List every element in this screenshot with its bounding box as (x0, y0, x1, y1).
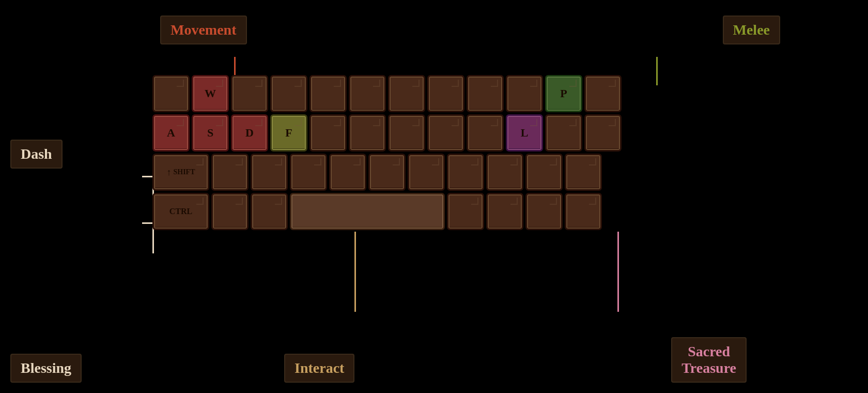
key-empty-5 (349, 75, 386, 112)
interact-connector-line (354, 232, 356, 312)
key-empty-27 (565, 154, 602, 191)
key-empty-4 (309, 75, 347, 112)
key-spacebar (290, 193, 445, 230)
key-row-2: A S D F L (152, 114, 622, 152)
key-empty-22 (368, 154, 406, 191)
key-empty-9 (506, 75, 543, 112)
sacred-treasure-label-box: SacredTreasure (671, 337, 747, 383)
keyboard: W P A S D F (152, 75, 622, 232)
movement-label: Movement (171, 22, 237, 38)
key-empty-14 (427, 114, 464, 152)
sacred-treasure-label: SacredTreasure (681, 343, 736, 376)
key-empty-7 (427, 75, 464, 112)
key-empty-30 (447, 193, 484, 230)
key-empty-24 (447, 154, 484, 191)
blessing-label-box: Blessing (10, 354, 82, 383)
key-empty-3 (270, 75, 307, 112)
key-empty-23 (408, 154, 445, 191)
melee-connector-line (656, 57, 658, 85)
melee-label-box: Melee (723, 16, 781, 44)
key-empty-33 (565, 193, 602, 230)
key-empty-17 (584, 114, 622, 152)
key-row-3: ↑ SHIFT (152, 154, 622, 191)
key-empty-31 (486, 193, 523, 230)
key-empty-16 (545, 114, 582, 152)
key-empty-1 (152, 75, 190, 112)
key-p: P (545, 75, 582, 112)
interact-label: Interact (295, 360, 344, 376)
key-f: F (270, 114, 307, 152)
sacred-connector-line (617, 232, 619, 312)
key-empty-21 (329, 154, 366, 191)
movement-label-box: Movement (160, 16, 247, 44)
blessing-label: Blessing (21, 360, 71, 376)
key-a: A (152, 114, 190, 152)
key-empty-28 (211, 193, 249, 230)
key-empty-10 (584, 75, 622, 112)
key-empty-26 (525, 154, 563, 191)
key-l: L (506, 114, 543, 152)
key-empty-2 (231, 75, 268, 112)
dash-label-box: Dash (10, 140, 63, 169)
key-row-4: CTRL (152, 193, 622, 230)
dash-label: Dash (21, 146, 52, 162)
key-empty-8 (467, 75, 504, 112)
key-row-1: W P (152, 75, 622, 112)
key-empty-15 (467, 114, 504, 152)
key-empty-32 (525, 193, 563, 230)
key-empty-13 (388, 114, 425, 152)
key-empty-19 (251, 154, 288, 191)
shift-icon: ↑ SHIFT (166, 167, 195, 178)
key-empty-12 (349, 114, 386, 152)
key-shift: ↑ SHIFT (152, 154, 209, 191)
blessing-connector-v (142, 222, 152, 224)
key-empty-29 (251, 193, 288, 230)
key-empty-25 (486, 154, 523, 191)
key-d: D (231, 114, 268, 152)
key-w: W (192, 75, 229, 112)
keyboard-layout-scene: Movement Melee Dash Blessing Interact Sa… (0, 0, 868, 393)
melee-label: Melee (733, 22, 770, 38)
key-s: S (192, 114, 229, 152)
dash-connector-v (142, 176, 152, 177)
interact-label-box: Interact (284, 354, 354, 383)
key-empty-20 (290, 154, 327, 191)
key-empty-18 (211, 154, 249, 191)
key-empty-6 (388, 75, 425, 112)
key-ctrl: CTRL (152, 193, 209, 230)
key-empty-11 (309, 114, 347, 152)
